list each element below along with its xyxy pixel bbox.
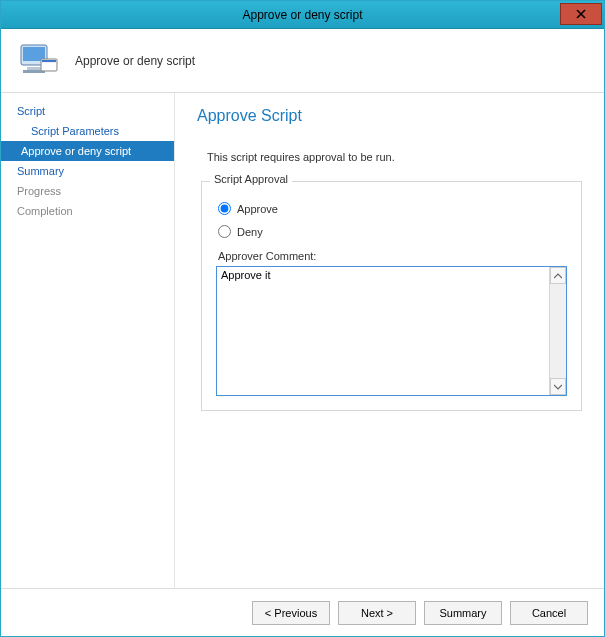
previous-button[interactable]: < Previous [252, 601, 330, 625]
sidebar-item-script[interactable]: Script [1, 101, 174, 121]
computer-icon [17, 41, 61, 81]
deny-radio[interactable] [218, 225, 231, 238]
wizard-window: Approve or deny script Approve or deny [0, 0, 605, 637]
comment-field-wrap [216, 266, 567, 396]
page-title: Approve Script [197, 107, 582, 125]
group-label: Script Approval [210, 173, 292, 185]
sidebar-item-completion: Completion [1, 201, 174, 221]
close-button[interactable] [560, 3, 602, 25]
next-button[interactable]: Next > [338, 601, 416, 625]
approve-radio-label: Approve [237, 203, 278, 215]
comment-label: Approver Comment: [218, 250, 567, 262]
wizard-footer: < Previous Next > Summary Cancel [1, 588, 604, 636]
scroll-down-button[interactable] [550, 378, 566, 395]
scrollbar[interactable] [549, 267, 566, 395]
sidebar-item-progress: Progress [1, 181, 174, 201]
svg-rect-7 [42, 60, 56, 62]
sidebar-item-summary[interactable]: Summary [1, 161, 174, 181]
deny-radio-label: Deny [237, 226, 263, 238]
svg-rect-4 [27, 67, 41, 70]
wizard-header: Approve or deny script [1, 29, 604, 93]
scroll-up-button[interactable] [550, 267, 566, 284]
chevron-up-icon [554, 273, 562, 279]
svg-rect-8 [42, 63, 56, 70]
wizard-subtitle: Approve or deny script [75, 54, 195, 68]
window-title: Approve or deny script [242, 8, 362, 22]
script-approval-group: Script Approval Approve Deny Approver Co… [201, 181, 582, 411]
close-icon [576, 9, 586, 19]
approver-comment-input[interactable] [217, 267, 549, 395]
chevron-down-icon [554, 384, 562, 390]
wizard-body: Script Script Parameters Approve or deny… [1, 93, 604, 588]
step-sidebar: Script Script Parameters Approve or deny… [1, 93, 175, 588]
approve-radio[interactable] [218, 202, 231, 215]
sidebar-item-approve-or-deny[interactable]: Approve or deny script [1, 141, 174, 161]
titlebar-buttons [560, 1, 604, 28]
main-panel: Approve Script This script requires appr… [175, 93, 604, 588]
titlebar: Approve or deny script [1, 1, 604, 29]
sidebar-item-script-parameters[interactable]: Script Parameters [1, 121, 174, 141]
cancel-button[interactable]: Cancel [510, 601, 588, 625]
summary-button[interactable]: Summary [424, 601, 502, 625]
approve-radio-row[interactable]: Approve [218, 202, 567, 215]
deny-radio-row[interactable]: Deny [218, 225, 567, 238]
instruction-text: This script requires approval to be run. [197, 151, 582, 163]
